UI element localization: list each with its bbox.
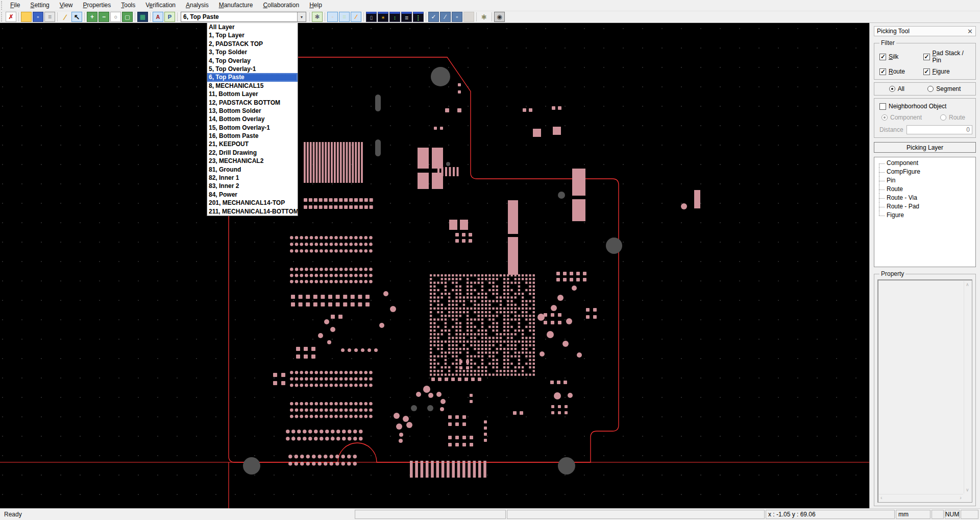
status-units: mm — [896, 510, 930, 519]
menu-analysis[interactable]: Analysis — [181, 0, 214, 11]
layer-option[interactable]: 16, Bottom Paste — [207, 132, 298, 140]
menu-help[interactable]: Help — [304, 0, 327, 11]
layer-option[interactable]: 84, Power — [207, 191, 298, 199]
open-design-icon[interactable] — [21, 12, 32, 22]
layer-option[interactable]: 21, KEEPOUT — [207, 140, 298, 148]
layer-all-icon[interactable] — [153, 12, 163, 22]
menu-collaboration[interactable]: Collaboration — [258, 0, 304, 11]
layer-option[interactable]: All Layer — [207, 23, 298, 31]
layer-option[interactable]: 15, Bottom Overlay-1 — [207, 124, 298, 132]
filter-figure[interactable]: Figure — [923, 68, 972, 75]
board-probe-icon[interactable] — [351, 12, 361, 22]
toolbar-grip[interactable] — [1, 12, 4, 21]
layer-option[interactable]: 81, Ground — [207, 166, 298, 174]
picking-object-list[interactable]: ComponentCompFigurePinRouteRoute - ViaRo… — [874, 157, 976, 267]
window-view-icon[interactable] — [452, 12, 462, 22]
scope-all[interactable]: All — [889, 85, 904, 92]
layer-option[interactable]: 83, Inner 2 — [207, 182, 298, 190]
filter-pad-stack-pin[interactable]: Pad Stack / Pin — [923, 50, 972, 64]
pad-cluster — [304, 142, 363, 183]
list-item-route[interactable]: Route — [874, 185, 975, 194]
layer-combobox[interactable]: 6, Top Paste — [181, 12, 306, 22]
layer-option[interactable]: 13, Bottom Solder — [207, 107, 298, 115]
checkbox-icon — [879, 68, 886, 75]
round-pad — [383, 291, 388, 296]
round-pad — [423, 386, 430, 393]
print-icon[interactable] — [44, 12, 55, 22]
camera-icon[interactable] — [494, 12, 505, 22]
win-tree-icon[interactable] — [413, 12, 424, 22]
board-top-icon[interactable] — [327, 12, 338, 22]
pad-cluster — [331, 315, 342, 319]
toolbar-grip[interactable] — [1, 1, 4, 10]
close-board-icon[interactable] — [6, 12, 16, 22]
list-item-pin[interactable]: Pin — [874, 176, 975, 185]
filter-silk[interactable]: Silk — [879, 50, 923, 64]
close-icon[interactable]: ✕ — [967, 28, 973, 35]
layer-option[interactable]: 8, MECHANICAL15 — [207, 82, 298, 90]
layer-option[interactable]: 82, Inner 1 — [207, 174, 298, 182]
zoom-in-icon[interactable] — [87, 12, 97, 22]
menu-properties[interactable]: Properties — [78, 0, 116, 11]
picking-layer-button[interactable]: Picking Layer — [874, 142, 976, 153]
list-item-route-pad[interactable]: Route - Pad — [874, 202, 975, 211]
layer-option[interactable]: 4, Top Overlay — [207, 57, 298, 65]
chevron-down-icon[interactable] — [297, 12, 306, 21]
tools-wrench-icon[interactable] — [479, 12, 489, 22]
layer-option[interactable]: 211, MECHANICAL14-BOTTOM — [207, 207, 298, 216]
zoom-out-icon[interactable] — [99, 12, 109, 22]
save-icon[interactable] — [33, 12, 43, 22]
annotate-icon[interactable] — [440, 12, 451, 22]
layer-option[interactable]: 12, PADSTACK BOTTOM — [207, 99, 298, 107]
scope-segment[interactable]: Segment — [927, 85, 961, 92]
neighborhood-checkbox[interactable]: Neighborhood Object — [879, 103, 972, 110]
layer-option[interactable]: 6, Top Paste — [207, 73, 298, 81]
list-item-compfigure[interactable]: CompFigure — [874, 168, 975, 176]
layer-option[interactable]: 3, Top Solder — [207, 48, 298, 56]
layer-option[interactable]: 1, Top Layer — [207, 31, 298, 39]
zoom-fit-icon[interactable] — [122, 12, 133, 22]
win-component-icon[interactable] — [366, 12, 377, 22]
menu-manufacture[interactable]: Manufacture — [214, 0, 258, 11]
measure-icon[interactable] — [60, 12, 70, 22]
workspace: All Layer1, Top Layer2, PADSTACK TOP3, T… — [0, 23, 980, 508]
board-place-icon[interactable] — [339, 12, 350, 22]
menu-file[interactable]: File — [5, 0, 25, 11]
layer-setup-icon[interactable] — [312, 12, 323, 22]
win-part-icon[interactable] — [378, 12, 388, 22]
menu-view[interactable]: View — [55, 0, 78, 11]
neighborhood-component: Component — [881, 114, 922, 121]
layer-option[interactable]: 22, Drill Drawing — [207, 149, 298, 157]
round-pad — [318, 333, 323, 338]
layer-option[interactable]: 5, Top Overlay-1 — [207, 65, 298, 73]
layer-dropdown-list[interactable]: All Layer1, Top Layer2, PADSTACK TOP3, T… — [207, 23, 298, 216]
menu-tools[interactable]: Tools — [116, 0, 140, 11]
zoom-window-icon[interactable] — [110, 12, 121, 22]
layer-option[interactable]: 23, MECHANICAL2 — [207, 157, 298, 165]
layer-option[interactable]: 2, PADSTACK TOP — [207, 40, 298, 48]
win-list-icon[interactable] — [401, 12, 412, 22]
vertical-scrollbar[interactable] — [964, 281, 971, 493]
pad-cluster — [586, 308, 597, 319]
win-net-icon[interactable] — [389, 12, 400, 22]
filter-route[interactable]: Route — [879, 68, 923, 75]
radio-icon — [940, 114, 946, 121]
menu-verification[interactable]: Verification — [140, 0, 181, 11]
layer-pair-icon[interactable] — [164, 12, 175, 22]
pad-cluster — [418, 148, 429, 169]
pcb-canvas[interactable]: All Layer1, Top Layer2, PADSTACK TOP3, T… — [0, 23, 869, 508]
verify-check-icon[interactable] — [428, 12, 439, 22]
layer-option[interactable]: 11, Bottom Layer — [207, 90, 298, 98]
layer-option[interactable]: 201, MECHANICAL14-TOP — [207, 199, 298, 207]
pad-cluster — [551, 405, 568, 414]
list-item-route-via[interactable]: Route - Via — [874, 194, 975, 202]
toolbar-separator — [492, 12, 492, 21]
layer-option[interactable]: 14, Bottom Overlay — [207, 115, 298, 123]
select-cursor-icon[interactable] — [71, 12, 82, 22]
menu-setting[interactable]: Setting — [25, 0, 54, 11]
screen-view-icon[interactable] — [137, 12, 148, 22]
list-item-component[interactable]: Component — [874, 159, 975, 168]
horizontal-scrollbar[interactable] — [879, 494, 963, 501]
pad-cluster — [455, 233, 472, 243]
list-item-figure[interactable]: Figure — [874, 211, 975, 220]
